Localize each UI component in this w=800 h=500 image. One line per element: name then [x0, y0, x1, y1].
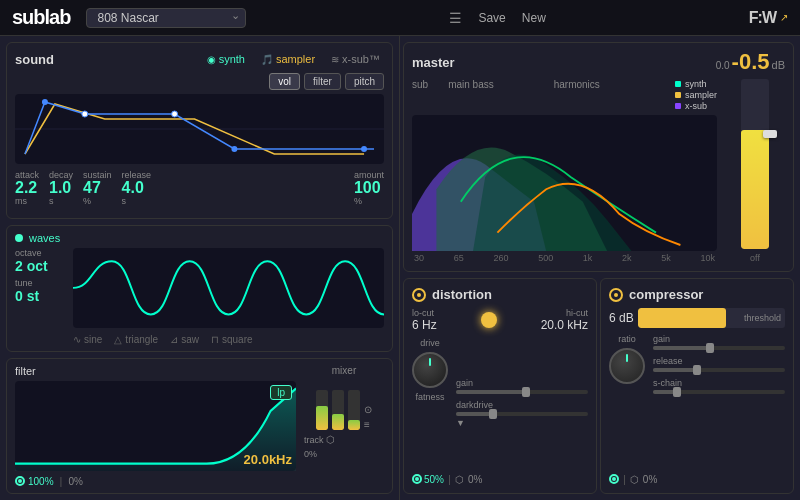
master-db-value: -0.5 — [732, 51, 770, 73]
ratio-label: ratio — [618, 334, 636, 344]
dist-bars-icon: ⬡ — [455, 474, 464, 485]
comp-gain-slider: gain — [653, 334, 785, 350]
drive-label: drive — [420, 338, 440, 348]
mixer-icons: ⊙ ≡ — [364, 404, 372, 430]
saw-wave[interactable]: ⊿ saw — [170, 334, 199, 345]
filter-body: filter lp — [15, 365, 384, 487]
tab-synth[interactable]: ◉ synth — [203, 51, 249, 67]
sustain-param: sustain 47 % — [83, 170, 112, 206]
filter-frequency: 20.0kHz — [244, 452, 292, 467]
decay-unit: s — [49, 196, 54, 206]
master-section: master 0.0 -0.5 dB sub main bass harmoni… — [403, 42, 794, 272]
svg-point-1 — [42, 99, 48, 105]
hicut-value: 20.0 kHz — [541, 318, 588, 332]
svg-point-5 — [361, 146, 367, 152]
distortion-toggle[interactable]: 50% — [412, 474, 444, 485]
waves-params: octave 2 oct tune 0 st — [15, 248, 65, 345]
waves-section: waves octave 2 oct tune 0 st — [6, 225, 393, 352]
synth-legend-dot — [675, 81, 681, 87]
compressor-threshold: 6 dB threshold — [609, 308, 785, 328]
svg-point-4 — [231, 146, 237, 152]
left-panel: sound ◉ synth 🎵 sampler ≋ x-sub™ — [0, 36, 400, 500]
threshold-label: threshold — [744, 313, 781, 323]
compressor-controls: ratio gain release — [609, 334, 785, 467]
ratio-knob[interactable] — [609, 348, 645, 384]
triangle-wave[interactable]: △ triangle — [114, 334, 158, 345]
mainbass-label: main bass — [448, 79, 494, 111]
fader-track[interactable] — [741, 79, 769, 249]
distortion-section: distortion lo-cut 6 Hz hi-cut 20.0 kHz — [403, 278, 597, 494]
fader-legend: synth sampler x-sub — [675, 79, 717, 111]
compressor-footer: | ⬡ 0% — [609, 473, 785, 485]
distortion-title: distortion — [432, 287, 492, 302]
tab-xsub[interactable]: ≋ x-sub™ — [327, 51, 384, 67]
sampler-icon: 🎵 — [261, 54, 273, 65]
compressor-sliders: gain release — [653, 334, 785, 467]
fader-handle[interactable] — [763, 130, 777, 138]
schain-slider: s-chain — [653, 378, 785, 394]
mixer-bar-1 — [316, 390, 328, 430]
filter-on-icon — [15, 476, 25, 486]
compressor-power-button[interactable] — [609, 288, 623, 302]
gain-slider: gain — [456, 378, 588, 394]
pitch-button[interactable]: pitch — [345, 73, 384, 90]
brand-logo: F:W — [749, 9, 776, 27]
tab-sampler[interactable]: 🎵 sampler — [257, 51, 319, 67]
decay-param: decay 1.0 s — [49, 170, 73, 206]
wave-types: ∿ sine △ triangle ⊿ saw ⊓ square — [73, 334, 384, 345]
power-dot-icon — [417, 293, 421, 297]
tune-param: tune 0 st — [15, 278, 65, 304]
filter-button[interactable]: filter — [304, 73, 341, 90]
mixer-bars-icon: ≡ — [364, 419, 372, 430]
comp-gain-label: gain — [653, 334, 785, 344]
decay-value: 1.0 — [49, 180, 71, 196]
sub-label: sub — [412, 79, 428, 111]
threshold-bar[interactable]: threshold — [638, 308, 785, 328]
master-db-display: 0.0 -0.5 dB — [716, 51, 785, 73]
square-wave[interactable]: ⊓ square — [211, 334, 253, 345]
distortion-power-button[interactable] — [412, 288, 426, 302]
master-title: master — [412, 55, 455, 70]
sampler-legend-dot — [675, 92, 681, 98]
sine-wave[interactable]: ∿ sine — [73, 334, 102, 345]
master-spectrum — [412, 115, 717, 251]
comp-bars-icon: ⬡ — [630, 474, 639, 485]
amount-param: amount 100 % — [354, 170, 384, 206]
svg-point-2 — [82, 111, 88, 117]
filter-toggle[interactable]: 100% — [15, 476, 54, 487]
tune-value: 0 st — [15, 288, 65, 304]
synth-icon: ◉ — [207, 54, 216, 65]
filter-display: lp 20.0kHz — [15, 381, 296, 471]
drive-knob[interactable] — [412, 352, 448, 388]
envelope-svg — [15, 94, 384, 164]
attack-unit: ms — [15, 196, 27, 206]
compressor-title: compressor — [629, 287, 703, 302]
sustain-value: 47 — [83, 180, 101, 196]
master-fader: off — [725, 79, 785, 263]
effects-row: distortion lo-cut 6 Hz hi-cut 20.0 kHz — [403, 278, 794, 494]
spectrum-freq-labels: 30 65 260 500 1k 2k 5k 10k — [412, 253, 717, 263]
filter-type-badge[interactable]: lp — [270, 385, 292, 400]
new-button[interactable]: New — [522, 11, 546, 25]
distortion-controls: drive fatness gain dar — [412, 338, 588, 467]
preset-selector[interactable]: 808 Nascar — [86, 8, 246, 28]
preset-dropdown[interactable]: 808 Nascar — [86, 8, 246, 28]
menu-icon[interactable]: ☰ — [449, 10, 462, 26]
comp-release-label: release — [653, 356, 785, 366]
sound-section: sound ◉ synth 🎵 sampler ≋ x-sub™ — [6, 42, 393, 219]
fatness-label: fatness — [415, 392, 444, 402]
hicut-label: hi-cut — [541, 308, 588, 318]
darkdrive-label: darkdrive — [456, 400, 588, 410]
locut-value: 6 Hz — [412, 318, 437, 332]
master-spectrum-area: sub main bass harmonics synth sampler — [412, 79, 717, 263]
vol-button[interactable]: vol — [269, 73, 300, 90]
envelope-display — [15, 94, 384, 164]
comp-toggle[interactable] — [609, 474, 619, 484]
top-bar-center: ☰ Save New — [246, 10, 748, 26]
mixer-knob-icon: ⊙ — [364, 404, 372, 415]
logo-text: sublab — [12, 6, 70, 28]
release-value: 4.0 — [122, 180, 144, 196]
save-button[interactable]: Save — [478, 11, 505, 25]
distortion-header: distortion — [412, 287, 588, 302]
mixer-bars: ⊙ ≡ — [304, 380, 384, 430]
